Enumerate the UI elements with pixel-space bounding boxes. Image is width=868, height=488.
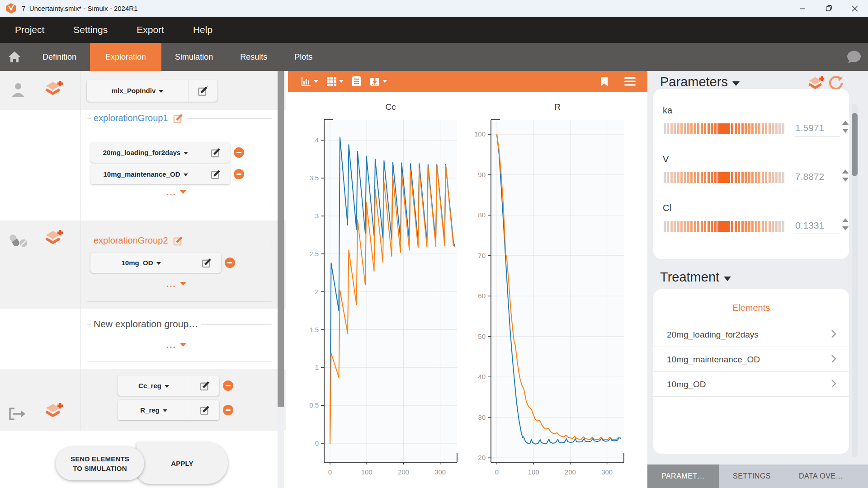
cl-slider[interactable] — [662, 221, 785, 232]
svg-text:100: 100 — [361, 468, 373, 476]
output-cc-dropdown[interactable]: Cc_reg — [118, 375, 190, 396]
home-button[interactable] — [0, 43, 29, 71]
app-logo-icon — [5, 3, 17, 14]
group1-add-element-expander[interactable]: ... — [166, 188, 186, 197]
remove-output-cc-button[interactable] — [223, 380, 233, 391]
window-title: 7_Uncertainty.smlx* - Simulx - 2024R1 — [22, 5, 137, 12]
parameters-header[interactable]: Parameters — [660, 75, 740, 89]
exploration-group2-legend: explorationGroup2 — [91, 235, 187, 246]
rename-group1-icon[interactable] — [173, 113, 184, 124]
tab-results[interactable]: Results — [226, 43, 281, 71]
remove-group1-treatment2-button[interactable] — [234, 169, 244, 179]
maximize-button[interactable] — [816, 0, 842, 17]
group2-treatment1-edit-button[interactable] — [192, 253, 221, 273]
group2-treatment1-dropdown[interactable]: 10mg_OD — [90, 253, 192, 273]
remove-output-r-button[interactable] — [223, 405, 233, 415]
cl-increment-button[interactable] — [842, 218, 849, 222]
remove-group1-treatment1-button[interactable] — [234, 147, 244, 158]
feedback-chat-button[interactable] — [845, 50, 862, 66]
treatment-pills-icon — [8, 232, 30, 249]
add-treatment-element-icon[interactable] — [43, 228, 64, 249]
right-panel-scrollbar-thumb[interactable] — [852, 113, 858, 176]
menu-settings[interactable]: Settings — [73, 24, 108, 35]
menu-help[interactable]: Help — [193, 24, 212, 35]
cl-value-input[interactable] — [794, 220, 840, 234]
send-to-simulation-button[interactable]: SEND ELEMENTS TO SIMULATION — [56, 447, 144, 480]
menu-export[interactable]: Export — [137, 24, 164, 35]
treatment-element-row[interactable]: 10mg_OD — [653, 372, 849, 396]
grid-layout-icon — [326, 76, 337, 87]
svg-text:60: 60 — [478, 292, 486, 300]
tab-simulation[interactable]: Simulation — [161, 43, 226, 71]
plot-legend-button[interactable] — [352, 76, 361, 87]
menu-project[interactable]: Project — [15, 24, 44, 35]
ka-slider-handle[interactable] — [719, 123, 730, 134]
param-row-ka: ka — [653, 105, 849, 155]
treatment-header[interactable]: Treatment — [660, 270, 731, 285]
v-value-input[interactable] — [794, 171, 840, 185]
group1-treatment1-dropdown[interactable]: 20mg_loading_for2days — [90, 142, 201, 163]
chevron-down-icon — [156, 262, 161, 265]
title-bar: 7_Uncertainty.smlx* - Simulx - 2024R1 — [0, 0, 868, 17]
bookmark-icon[interactable] — [600, 76, 608, 87]
model-section: mlx_PopIndiv — [0, 71, 286, 110]
cl-slider-handle[interactable] — [719, 221, 730, 232]
group1-treatment2-dropdown[interactable]: 10mg_maintenance_OD — [90, 164, 201, 184]
footer-tab-settings[interactable]: SETTINGS — [719, 465, 785, 488]
group1-treatment-row2: 10mg_maintenance_OD — [90, 164, 231, 184]
plot-download-button[interactable] — [369, 76, 387, 87]
v-slider-handle[interactable] — [719, 172, 730, 183]
output-cc-edit-button[interactable] — [190, 375, 219, 396]
simulx-window: 7_Uncertainty.smlx* - Simulx - 2024R1 Pr… — [0, 0, 868, 488]
model-output-edit-button[interactable] — [188, 80, 217, 102]
footer-tab-data-overview[interactable]: DATA OVE… — [785, 465, 857, 488]
add-individual-element-icon[interactable] — [43, 79, 64, 100]
plot-layout-button[interactable] — [326, 76, 344, 87]
tab-plots[interactable]: Plots — [281, 43, 326, 71]
chevron-down-icon — [339, 80, 344, 83]
plot-type-button[interactable] — [301, 76, 318, 87]
new-group-add-expander[interactable]: ... — [166, 340, 186, 350]
ka-slider[interactable] — [662, 123, 785, 134]
list-icon — [352, 76, 361, 87]
v-slider[interactable] — [662, 172, 785, 183]
chevron-down-icon — [180, 190, 186, 194]
ka-increment-button[interactable] — [842, 121, 849, 125]
output-r-edit-button[interactable] — [190, 400, 219, 420]
treatment-element-row[interactable]: 20mg_loading_for2days — [653, 322, 849, 347]
hamburger-menu-icon[interactable] — [624, 77, 636, 86]
chevron-down-icon — [180, 343, 186, 347]
v-increment-button[interactable] — [842, 169, 849, 174]
close-button[interactable] — [842, 0, 868, 17]
minimize-button[interactable] — [789, 0, 816, 17]
exploration-sidebar: mlx_PopIndiv explorationGroup1 — [0, 71, 286, 488]
add-output-element-icon[interactable] — [43, 401, 64, 422]
tab-definition[interactable]: Definition — [29, 43, 90, 71]
footer-tab-parameters[interactable]: PARAMET… — [647, 465, 719, 488]
sidebar-scrollbar-thumb[interactable] — [278, 71, 284, 407]
chevron-down-icon — [165, 385, 169, 388]
chevron-down-icon — [724, 277, 731, 281]
svg-text:3.5: 3.5 — [309, 174, 319, 182]
remove-group2-treatment1-button[interactable] — [225, 258, 235, 268]
ka-value-input[interactable] — [794, 122, 840, 136]
apply-button[interactable]: APPLY — [137, 442, 228, 484]
svg-text:2.5: 2.5 — [309, 250, 319, 258]
group1-treatment2-edit-button[interactable] — [201, 164, 231, 184]
chevron-down-icon — [382, 80, 387, 83]
output-r-dropdown[interactable]: R_reg — [118, 400, 190, 420]
group1-treatment1-edit-button[interactable] — [201, 142, 231, 163]
group2-add-element-expander[interactable]: ... — [166, 279, 186, 289]
model-output-dropdown[interactable]: mlx_PopIndiv — [87, 80, 188, 102]
svg-text:0.5: 0.5 — [309, 401, 319, 409]
treatment-element-row[interactable]: 10mg_maintenance_OD — [653, 347, 849, 371]
tab-exploration[interactable]: Exploration — [90, 43, 161, 71]
chat-bubble-icon — [845, 50, 862, 65]
param-row-cl: Cl — [653, 203, 849, 253]
rename-group2-icon[interactable] — [173, 235, 184, 246]
v-decrement-button[interactable] — [842, 178, 849, 182]
outputs-section: Cc_reg R_reg — [0, 369, 286, 431]
cl-decrement-button[interactable] — [842, 226, 849, 230]
treatment-elements-tab[interactable]: Elements — [653, 303, 849, 313]
ka-decrement-button[interactable] — [842, 129, 849, 133]
